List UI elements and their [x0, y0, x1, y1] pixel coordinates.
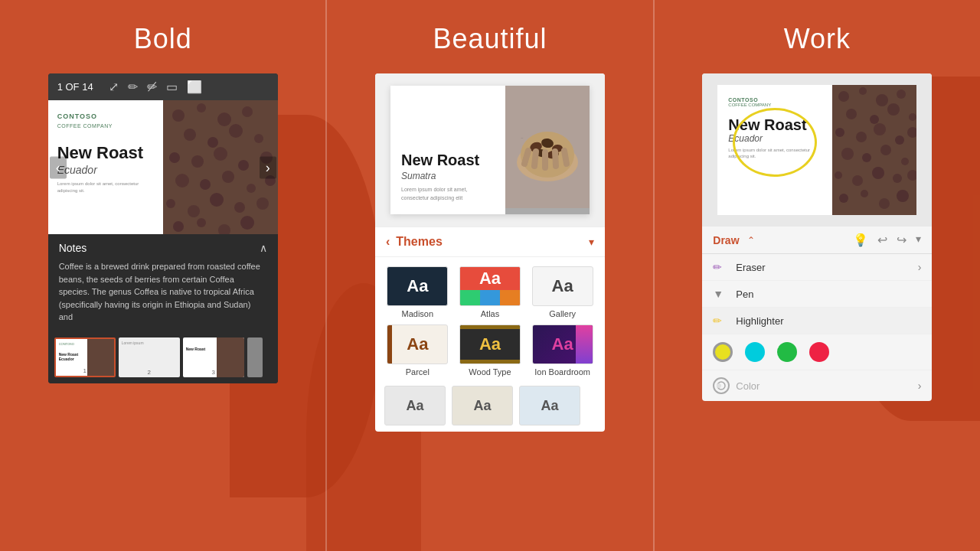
beautiful-title: Beautiful	[433, 23, 547, 55]
theme-madison-name: Madison	[402, 309, 434, 318]
theme-gallery-name: Gallery	[549, 309, 576, 318]
draw-tool-icons: 💡 ↩ ↪ ▾	[853, 233, 921, 247]
svg-line-9	[534, 152, 536, 166]
thumb-title-3: New Roast	[186, 347, 214, 351]
slide-logo-sub: COFFEE COMPANY	[57, 123, 154, 129]
themes-dropdown-icon[interactable]: ▾	[589, 236, 594, 248]
themes-more: Aa Aa Aa	[375, 386, 605, 432]
thumbnail-3[interactable]: New Roast 3	[183, 337, 244, 377]
color-label-text: Color	[736, 380, 917, 392]
hint-icon[interactable]: 💡	[853, 233, 868, 247]
notes-collapse-icon[interactable]: ∧	[260, 242, 267, 254]
theme-madison[interactable]: Aa Madison	[384, 266, 451, 318]
present-icon[interactable]: ▭	[166, 80, 178, 94]
thumb-title: New RoastEcuador	[59, 352, 85, 361]
beautiful-column: Beautiful New Roast Sumatra Lorem ipsum …	[327, 0, 652, 551]
draw-toolbar: Draw ⌃ 💡 ↩ ↪ ▾	[702, 227, 932, 254]
theme-extra-3[interactable]: Aa	[519, 386, 580, 425]
beautiful-panel: New Roast Sumatra Lorem ipsum dolor sit …	[375, 73, 605, 432]
theme-gallery[interactable]: Aa Gallery	[529, 266, 596, 318]
pen-icon[interactable]: ✏	[128, 80, 138, 94]
work-slide-image	[832, 85, 916, 215]
color-red[interactable]	[809, 342, 829, 362]
thumb-num-2: 2	[147, 369, 150, 376]
themes-back-button[interactable]: ‹	[386, 235, 390, 249]
thumb-logo: CONTOSO	[59, 342, 85, 346]
page-count: 1 OF 14	[57, 81, 93, 93]
work-logo: CONTOSO	[728, 97, 822, 103]
color-row	[702, 334, 932, 370]
svg-point-15	[717, 383, 721, 388]
pen-row[interactable]: ▼ Pen	[702, 281, 932, 308]
work-slide-subtitle: Ecuador	[728, 133, 822, 144]
theme-extra-3-label: Aa	[541, 398, 558, 414]
svg-line-12	[564, 151, 567, 164]
notes-section: Notes ∧ Coffee is a brewed drink prepare…	[48, 234, 278, 331]
svg-line-8	[524, 151, 528, 164]
bold-title: Bold	[134, 23, 192, 55]
thumb-img-3	[217, 337, 244, 377]
theme-gallery-label: Aa	[552, 276, 573, 296]
beautiful-slide-left: New Roast Sumatra Lorem ipsum dolor sit …	[390, 86, 505, 214]
notes-header: Notes ∧	[59, 242, 267, 254]
expand-icon[interactable]: ⤢	[109, 80, 119, 94]
themes-grid: Aa Madison Aa	[375, 257, 605, 386]
work-slide-card: CONTOSO COFFEE COMPANY New Roast Ecuador…	[717, 85, 916, 215]
slide-title: New Roast	[57, 144, 154, 162]
thumbnail-2[interactable]: Lorem ipsum 2	[119, 337, 180, 377]
theme-ion[interactable]: Aa Ion Boardroom	[529, 324, 596, 377]
highlighter-row[interactable]: ✏ Highlighter	[702, 308, 932, 334]
themes-label: Themes	[396, 235, 583, 249]
thumbnail-1[interactable]: CONTOSO New RoastEcuador 1	[54, 337, 116, 377]
theme-extra-1[interactable]: Aa	[384, 386, 446, 425]
color-label-arrow: ›	[918, 380, 922, 392]
beautiful-slide-body: Lorem ipsum dolor sit amet, consectetur …	[401, 186, 495, 202]
work-panel: CONTOSO COFFEE COMPANY New Roast Ecuador…	[702, 73, 932, 401]
beautiful-slide-image: ~	[505, 86, 590, 214]
theme-atlas-label: Aa	[479, 269, 501, 289]
theme-extra-1-label: Aa	[406, 398, 423, 414]
highlighter-icon: ✏	[713, 315, 730, 327]
draw-dropdown-icon[interactable]: ▾	[916, 233, 921, 247]
theme-gallery-thumbnail: Aa	[532, 266, 593, 306]
theme-woodtype[interactable]: Aa Wood Type	[457, 324, 524, 377]
theme-parcel[interactable]: Aa Parcel	[384, 324, 451, 377]
work-column: Work CONTOSO COFFEE COMPANY New Roast Ec…	[655, 0, 980, 551]
theme-woodtype-name: Wood Type	[469, 367, 511, 377]
undo-icon[interactable]: ↩	[877, 233, 887, 247]
eraser-icon: ✏	[713, 261, 730, 273]
work-slide-body: Lorem ipsum dolor sit amet, consectetur …	[728, 147, 822, 160]
color-green[interactable]	[777, 342, 797, 362]
eraser-arrow: ›	[918, 261, 922, 273]
theme-madison-thumbnail: Aa	[387, 266, 448, 306]
svg-line-11	[555, 152, 556, 166]
beautiful-slide-title: New Roast	[401, 152, 495, 169]
nav-prev[interactable]: ‹	[50, 156, 67, 178]
thumbnail-4[interactable]	[247, 337, 263, 377]
work-slide-title: New Roast	[728, 116, 822, 133]
present2-icon[interactable]: ⬜	[187, 80, 202, 94]
color-yellow[interactable]	[713, 342, 733, 362]
slide-body: Lorem ipsum dolor sit amet, consectetur …	[57, 181, 154, 194]
work-slide-left: CONTOSO COFFEE COMPANY New Roast Ecuador…	[717, 85, 832, 215]
theme-madison-label: Aa	[407, 276, 428, 296]
theme-atlas-thumbnail: Aa	[459, 266, 521, 306]
color-cyan[interactable]	[745, 342, 765, 362]
bold-toolbar: 1 OF 14 ⤢ ✏ ✏̸ ▭ ⬜	[48, 73, 278, 100]
work-logo-sub: COFFEE COMPANY	[728, 103, 822, 107]
eraser-row[interactable]: ✏ Eraser ›	[702, 254, 932, 281]
eraser-name: Eraser	[736, 262, 917, 273]
theme-extra-2[interactable]: Aa	[452, 386, 513, 425]
beautiful-slide-card: New Roast Sumatra Lorem ipsum dolor sit …	[390, 86, 590, 214]
theme-ion-thumbnail: Aa	[532, 324, 593, 364]
color-label-row[interactable]: Color ›	[702, 370, 932, 401]
highlighter-name: Highlighter	[736, 315, 921, 327]
bold-column: Bold 1 OF 14 ⤢ ✏ ✏̸ ▭ ⬜ CONTOSO COFFEE C…	[0, 0, 325, 551]
theme-atlas[interactable]: Aa Atlas	[457, 266, 524, 318]
theme-ion-name: Ion Boardroom	[534, 367, 590, 377]
theme-woodtype-label: Aa	[479, 334, 501, 354]
draw-chevron[interactable]: ⌃	[747, 235, 755, 246]
nav-next[interactable]: ›	[260, 156, 276, 178]
marker-icon[interactable]: ✏̸	[147, 80, 157, 94]
redo-icon[interactable]: ↪	[897, 233, 906, 247]
